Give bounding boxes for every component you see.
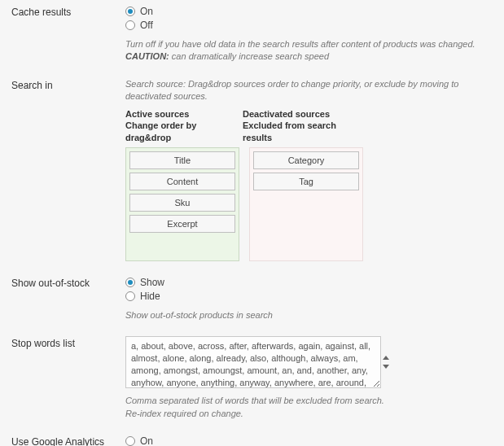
active-sources-header: Active sources Change order by drag&drop xyxy=(125,108,233,145)
stop-words-textarea[interactable] xyxy=(125,336,381,388)
cache-results-radio-on[interactable] xyxy=(125,7,135,16)
cache-results-label: Cache results xyxy=(11,5,125,18)
cache-results-help: Turn off if you have old data in the sea… xyxy=(125,38,494,63)
cache-results-off-label: Off xyxy=(140,20,153,31)
stop-words-label: Stop words list xyxy=(11,336,125,349)
ga-radio-on[interactable] xyxy=(125,436,135,446)
stock-show-label: Show xyxy=(140,277,164,288)
stop-words-scroll-up-icon[interactable] xyxy=(383,356,389,360)
source-item-tag[interactable]: Tag xyxy=(253,173,359,190)
source-item-category[interactable]: Category xyxy=(253,151,359,169)
ga-on-label: On xyxy=(140,435,153,446)
source-item-sku[interactable]: Sku xyxy=(129,194,235,212)
source-item-content[interactable]: Content xyxy=(129,173,235,190)
search-in-label: Search in xyxy=(11,78,125,91)
cache-results-on-label: On xyxy=(140,6,153,17)
active-sources-box[interactable]: Title Content Sku Excerpt xyxy=(125,147,239,261)
show-out-of-stock-label: Show out-of-stock xyxy=(11,276,125,289)
source-item-excerpt[interactable]: Excerpt xyxy=(129,215,235,233)
stock-radio-show[interactable] xyxy=(125,278,135,287)
stock-hide-label: Hide xyxy=(140,291,160,302)
stop-words-scroll-down-icon[interactable] xyxy=(383,365,389,369)
ga-label: Use Google Analytics xyxy=(11,435,125,446)
deactivated-sources-header: Deactivated sources Excluded from search… xyxy=(243,108,350,145)
stock-help: Show out-of-stock products in search xyxy=(125,309,494,321)
deactivated-sources-box[interactable]: Category Tag xyxy=(249,147,363,261)
source-item-title[interactable]: Title xyxy=(129,151,235,169)
stock-radio-hide[interactable] xyxy=(125,291,135,301)
search-in-help: Search source: Drag&drop sources order t… xyxy=(125,78,494,103)
stop-words-help: Comma separated list of words that will … xyxy=(125,395,494,420)
cache-results-radio-off[interactable] xyxy=(125,20,135,30)
